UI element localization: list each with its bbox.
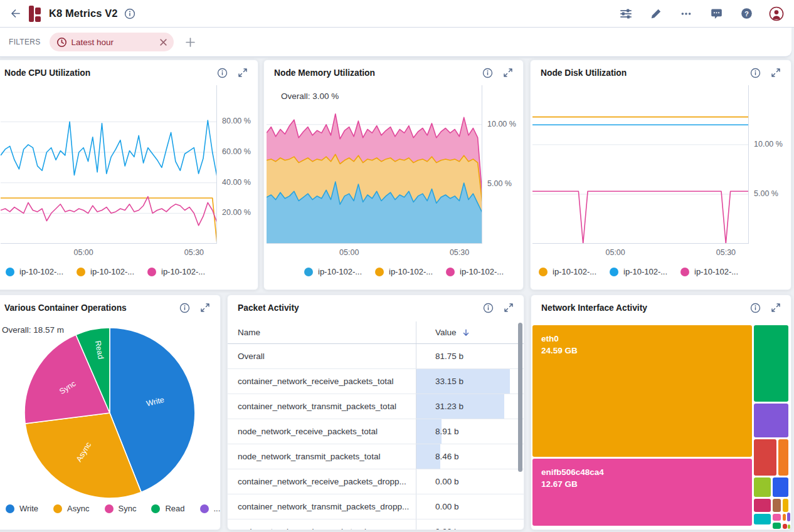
treemap-cell[interactable]	[754, 439, 776, 476]
treemap-cell[interactable]	[778, 439, 788, 476]
treemap-cell-label: eth024.59 GB	[532, 325, 752, 357]
back-button[interactable]	[4, 3, 26, 25]
legend-item[interactable]: ip-10-102-...	[539, 267, 610, 276]
feedback-icon[interactable]	[709, 6, 724, 21]
row-value: 8.46 b	[416, 452, 459, 461]
y-tick-label: 10.00 %	[487, 120, 516, 128]
legend-item[interactable]: ip-10-102-...	[680, 267, 751, 276]
table-row[interactable]: node_network_receive_packets_dropp...0.0…	[228, 519, 524, 529]
legend-item[interactable]: ip-10-102-...	[610, 267, 680, 276]
avatar[interactable]	[769, 6, 784, 21]
legend-item[interactable]: ip-10-102-...	[446, 267, 517, 276]
info-icon[interactable]	[750, 303, 761, 313]
treemap-cell[interactable]	[788, 524, 790, 529]
treemap-cell[interactable]	[773, 499, 781, 512]
treemap-cell[interactable]: eth024.59 GB	[532, 325, 752, 457]
remove-filter-icon[interactable]	[159, 38, 167, 46]
legend-item[interactable]: Read	[151, 504, 184, 513]
expand-icon[interactable]	[771, 303, 781, 313]
row-name: node_network_transmit_packets_total	[228, 444, 416, 469]
operations-pie-chart[interactable]: WriteAsyncSyncRead	[23, 326, 196, 502]
y-tick-label: 10.00 %	[754, 140, 783, 149]
expand-icon[interactable]	[238, 68, 248, 78]
panel-header: Network Interface Activity	[531, 295, 791, 320]
info-icon[interactable]	[217, 68, 228, 78]
treemap-cell[interactable]	[754, 499, 771, 512]
panel-title: Node Disk Utilization	[541, 68, 627, 78]
x-axis: 05:0005:30	[267, 248, 482, 258]
help-icon[interactable]: ?	[739, 6, 754, 21]
row-name: container_network_receive_packets_dropp.…	[228, 469, 416, 494]
table-row[interactable]: container_network_receive_packets_dropp.…	[228, 469, 524, 494]
legend-dot-icon	[200, 504, 209, 513]
legend-item[interactable]: ip-10-102-...	[77, 267, 147, 276]
packet-table-body: Overall81.75 bcontainer_network_receive_…	[228, 344, 524, 529]
treemap-cell[interactable]: enifb506c48ca412.67 GB	[532, 459, 752, 526]
legend-item[interactable]: Write	[6, 504, 38, 513]
memory-chart[interactable]	[267, 85, 482, 244]
legend-item[interactable]: ip-10-102-...	[304, 267, 375, 276]
edit-icon[interactable]	[648, 6, 664, 21]
row-value-cell: 0.00 b	[416, 469, 524, 494]
expand-icon[interactable]	[771, 68, 781, 78]
row-name: container_network_receive_packets_total	[228, 369, 416, 394]
legend-label: ip-10-102-...	[90, 267, 134, 276]
y-tick-label: 20.00 %	[222, 208, 251, 217]
row-value-cell: 33.15 b	[416, 369, 524, 394]
add-filter-button[interactable]	[185, 37, 196, 48]
legend-item[interactable]: Sync	[105, 504, 137, 513]
treemap-cell[interactable]	[783, 524, 787, 529]
y-tick-label: 80.00 %	[222, 117, 251, 125]
table-row[interactable]: container_network_receive_packets_total3…	[228, 369, 524, 394]
table-row[interactable]: node_network_receive_packets_total8.91 b	[228, 419, 524, 444]
y-tick-label: 5.00 %	[487, 179, 512, 188]
legend-dot-icon	[77, 268, 85, 276]
legend-item[interactable]: Async	[53, 504, 89, 513]
treemap-cell[interactable]	[787, 513, 790, 521]
controls-icon[interactable]	[618, 6, 633, 21]
legend-item[interactable]: ...	[200, 504, 221, 513]
treemap-cell[interactable]	[754, 477, 771, 497]
svg-text:?: ?	[744, 10, 749, 18]
panel-header: Node Memory Utilization	[264, 60, 523, 85]
treemap-cell[interactable]	[754, 325, 788, 402]
treemap-cell[interactable]	[783, 499, 788, 512]
table-row[interactable]: container_network_transmit_packets_total…	[228, 394, 524, 419]
table-header: Name Value	[228, 321, 524, 344]
table-row[interactable]: container_network_transmit_packets_dropp…	[228, 494, 524, 519]
table-scrollbar[interactable]	[518, 323, 522, 472]
info-icon[interactable]	[482, 68, 493, 78]
treemap-cell[interactable]	[773, 477, 788, 497]
disk-chart[interactable]	[532, 85, 749, 244]
top-bar: K8 Metrics V2 ?	[0, 0, 794, 28]
more-icon[interactable]	[679, 6, 694, 21]
legend-item[interactable]: ip-10-102-...	[375, 267, 446, 276]
panel-network-interface: Network Interface Activity eth024.59 GBe…	[531, 295, 791, 530]
treemap-cell[interactable]	[783, 514, 786, 521]
title-info-icon[interactable]	[124, 8, 135, 19]
treemap-cell[interactable]	[754, 514, 771, 524]
overall-value: Overall: 3.00 %	[281, 91, 339, 101]
expand-icon[interactable]	[200, 303, 210, 313]
legend-item[interactable]: ip-10-102-...	[6, 267, 77, 276]
treemap-cell[interactable]	[773, 523, 781, 529]
panel-packet-activity: Packet Activity Name Value Overall81.75 …	[227, 295, 524, 530]
cpu-chart[interactable]	[1, 85, 217, 244]
info-icon[interactable]	[483, 303, 494, 313]
treemap-cell[interactable]	[773, 514, 781, 521]
legend-item[interactable]: ip-10-102-...	[147, 267, 218, 276]
table-row[interactable]: Overall81.75 b	[228, 344, 524, 369]
info-icon[interactable]	[179, 303, 190, 313]
column-header-name[interactable]: Name	[228, 328, 416, 337]
time-filter-pill[interactable]: Latest hour	[50, 33, 174, 51]
clock-icon	[56, 37, 67, 48]
expand-icon[interactable]	[504, 303, 514, 313]
time-filter-label: Latest hour	[71, 38, 159, 47]
treemap-cell[interactable]	[754, 404, 788, 437]
info-icon[interactable]	[750, 68, 761, 78]
table-row[interactable]: node_network_transmit_packets_total8.46 …	[228, 444, 524, 469]
x-axis: 05:0005:30	[532, 248, 749, 258]
column-header-value[interactable]: Value	[416, 321, 524, 343]
legend-label: Async	[67, 504, 89, 513]
expand-icon[interactable]	[503, 68, 513, 78]
